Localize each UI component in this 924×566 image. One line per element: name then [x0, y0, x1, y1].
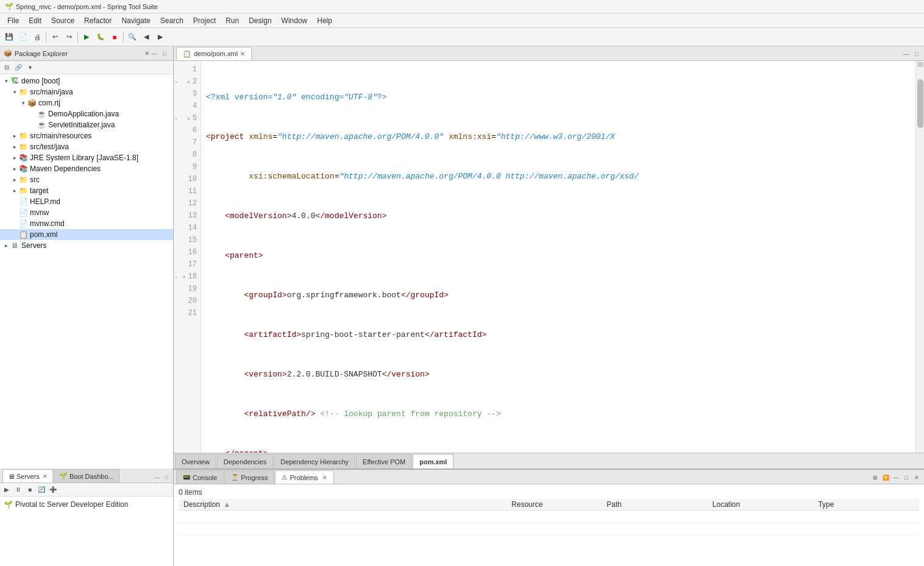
- col-description[interactable]: Description ▲: [179, 499, 506, 511]
- line-num-5: ▸ 5: [174, 112, 201, 124]
- link-with-editor-btn[interactable]: 🔗: [13, 62, 24, 73]
- editor-tab-close-icon[interactable]: ✕: [240, 51, 245, 57]
- bp-tb-close-btn[interactable]: ✕: [912, 473, 922, 483]
- servers-tab-bar: 🖥 Servers ✕ 🌱 Boot Dashbo... — □: [0, 469, 173, 483]
- code-editor[interactable]: 1 ▸ 2 3 4 ▸ 5 6 7 8: [174, 61, 924, 453]
- servers-tab-close[interactable]: ✕: [43, 473, 48, 479]
- tb-btn-undo[interactable]: ↩: [48, 30, 62, 44]
- code-lines-area[interactable]: <?xml version="1.0" encoding="UTF-8"?> <…: [201, 61, 915, 453]
- package-explorer-tab-close[interactable]: ✕: [144, 50, 149, 57]
- tb-btn-debug[interactable]: 🐛: [94, 30, 107, 44]
- servers-tb-btn-5[interactable]: ➕: [48, 484, 59, 495]
- servers-tb-btn-4[interactable]: 🔄: [36, 484, 47, 495]
- servers-minimize-btn[interactable]: —: [153, 473, 162, 481]
- tb-btn-redo[interactable]: ↪: [62, 30, 76, 44]
- tree-item-demo[interactable]: ▾ 🏗 demo [boot]: [0, 76, 173, 87]
- servers-tab[interactable]: 🖥 Servers ✕: [2, 469, 53, 483]
- tree-item-maven-deps[interactable]: ▸ 📚 Maven Dependencies: [0, 163, 173, 174]
- panel-minimize-btn[interactable]: —: [149, 49, 159, 58]
- collapse-all-btn[interactable]: ⊟: [1, 62, 12, 73]
- code-line-4: <modelVersion>4.0.0</modelVersion>: [206, 210, 911, 222]
- tab-dep-hierarchy[interactable]: Dependency Hierarchy: [274, 454, 355, 469]
- col-location[interactable]: Location: [708, 499, 814, 511]
- tb-btn-nav-back[interactable]: ◀: [140, 30, 153, 44]
- tree-toggle-target[interactable]: ▸: [11, 187, 18, 194]
- menu-item-run[interactable]: Run: [221, 15, 244, 26]
- tree-toggle-demo[interactable]: ▾: [2, 77, 10, 85]
- menu-item-edit[interactable]: Edit: [24, 15, 46, 26]
- tab-pom-xml[interactable]: pom.xml: [413, 454, 453, 469]
- tb-btn-saveas[interactable]: 📄: [16, 30, 30, 44]
- bp-tab-console[interactable]: 📟 Console: [176, 470, 224, 484]
- tb-btn-save[interactable]: 💾: [2, 30, 16, 44]
- tree-item-jre[interactable]: ▸ 📚 JRE System Library [JavaSE-1.8]: [0, 152, 173, 163]
- tree-item-com-rtj[interactable]: ▾ 📦 com.rtj: [0, 97, 173, 108]
- boot-dashboard-tab[interactable]: 🌱 Boot Dashbo...: [54, 469, 119, 483]
- tree-item-servers[interactable]: ▸ 🖥 Servers: [0, 240, 173, 251]
- bp-tab-progress[interactable]: ⏳ Progress: [224, 470, 274, 484]
- bp-tb-maximize-btn[interactable]: □: [901, 473, 911, 483]
- tb-btn-search[interactable]: 🔍: [126, 30, 139, 44]
- tree-item-help-md[interactable]: ▸ 📄 HELP.md: [0, 196, 173, 207]
- servers-tb-btn-3[interactable]: ■: [24, 484, 35, 495]
- package-explorer-icon: 📦: [4, 49, 12, 57]
- menu-item-source[interactable]: Source: [46, 15, 79, 26]
- servers-maximize-btn[interactable]: □: [162, 473, 171, 481]
- menu-item-navigate[interactable]: Navigate: [116, 15, 155, 26]
- problems-tab-close[interactable]: ✕: [322, 475, 327, 481]
- editor-minimize-btn[interactable]: —: [901, 49, 911, 59]
- tree-toggle-servers[interactable]: ▸: [2, 242, 10, 249]
- scrollbar-thumb[interactable]: [917, 79, 923, 128]
- tree-item-src-test-java[interactable]: ▸ 📁 src/test/java: [0, 141, 173, 152]
- tree-item-src-folder[interactable]: ▸ 📁 src: [0, 174, 173, 185]
- servers-tb-btn-2[interactable]: ⏸: [13, 484, 24, 495]
- view-menu-btn[interactable]: ▾: [24, 62, 35, 73]
- tab-overview[interactable]: Overview: [175, 454, 216, 469]
- tab-effective-pom[interactable]: Effective POM: [356, 454, 412, 469]
- editor-maximize-btn[interactable]: □: [912, 49, 922, 59]
- editor-vertical-scrollbar[interactable]: [915, 61, 924, 453]
- editor-tab-pom[interactable]: 📋 demo/pom.xml ✕: [176, 47, 252, 60]
- menu-item-search[interactable]: Search: [155, 15, 188, 26]
- menu-item-help[interactable]: Help: [312, 15, 337, 26]
- menu-item-window[interactable]: Window: [277, 15, 313, 26]
- tree-item-mvnw[interactable]: ▸ 📄 mvnw: [0, 207, 173, 218]
- tree-item-target[interactable]: ▸ 📁 target: [0, 185, 173, 196]
- tb-btn-stop[interactable]: ■: [108, 30, 121, 44]
- servers-panel: 🖥 Servers ✕ 🌱 Boot Dashbo... — □ ▶ ⏸ ■ 🔄: [0, 469, 174, 566]
- tree-toggle-src-folder[interactable]: ▸: [11, 176, 18, 183]
- menu-item-project[interactable]: Project: [188, 15, 221, 26]
- tree-toggle-jre[interactable]: ▸: [11, 154, 18, 161]
- bp-tb-minimize-btn[interactable]: —: [891, 473, 901, 483]
- tree-item-mvnw-cmd[interactable]: ▸ 📄 mvnw.cmd: [0, 218, 173, 229]
- tree-item-servlet-init[interactable]: ▸ ☕ ServletInitializer.java: [0, 119, 173, 130]
- tree-label-com-rtj: com.rtj: [38, 99, 60, 107]
- tree-item-demo-app[interactable]: ▸ ☕ DemoApplication.java: [0, 108, 173, 119]
- bp-tb-filter-btn[interactable]: 🔽: [881, 473, 890, 483]
- bp-tb-group-btn[interactable]: ⊞: [870, 473, 880, 483]
- tab-dependencies[interactable]: Dependencies: [217, 454, 273, 469]
- tb-btn-print[interactable]: 🖨: [30, 30, 44, 44]
- col-path[interactable]: Path: [602, 499, 708, 511]
- tb-btn-run[interactable]: ▶: [80, 30, 93, 44]
- server-item-pivotal[interactable]: 🌱 Pivotal tc Server Developer Edition: [2, 499, 171, 510]
- tree-toggle-src-main[interactable]: ▾: [11, 88, 18, 96]
- col-resource[interactable]: Resource: [506, 499, 602, 511]
- tree-item-src-main-java[interactable]: ▾ 📁 src/main/java: [0, 87, 173, 97]
- tree-toggle-maven[interactable]: ▸: [11, 165, 18, 172]
- scroll-up-arrow[interactable]: [917, 62, 923, 67]
- panel-maximize-btn[interactable]: □: [160, 49, 169, 58]
- resources-folder-icon: 📁: [18, 131, 28, 141]
- tree-toggle-com-rtj[interactable]: ▾: [20, 99, 27, 107]
- servers-tb-btn-1[interactable]: ▶: [1, 484, 12, 495]
- menu-item-file[interactable]: File: [2, 15, 24, 26]
- menu-item-design[interactable]: Design: [244, 15, 276, 26]
- tree-item-src-main-resources[interactable]: ▸ 📁 src/main/resources: [0, 130, 173, 141]
- col-type[interactable]: Type: [813, 499, 919, 511]
- bp-tab-problems[interactable]: ⚠ Problems ✕: [275, 470, 333, 484]
- tree-toggle-test[interactable]: ▸: [11, 143, 18, 150]
- menu-item-refactor[interactable]: Refactor: [79, 15, 116, 26]
- tree-item-pom-xml[interactable]: ▸ 📋 pom.xml: [0, 229, 173, 240]
- tb-btn-nav-forward[interactable]: ▶: [154, 30, 167, 44]
- tree-toggle-resources[interactable]: ▸: [11, 132, 18, 140]
